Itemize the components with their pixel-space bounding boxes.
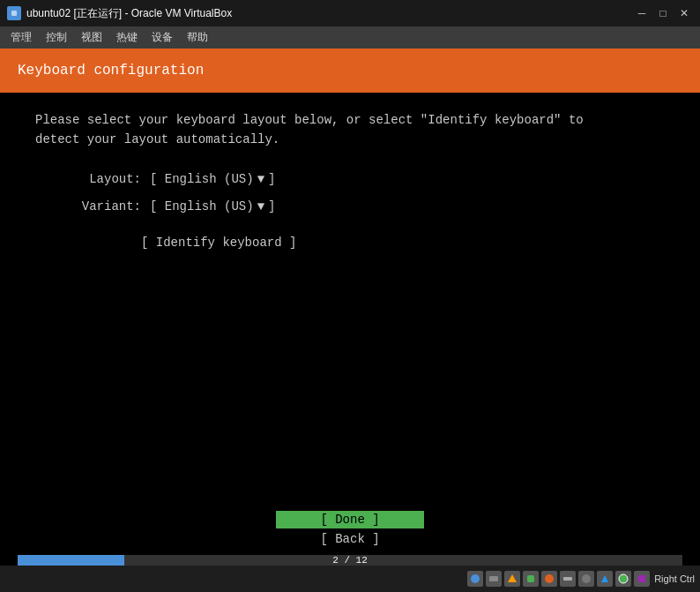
minimize-button[interactable]: ─	[633, 4, 651, 22]
layout-select[interactable]: [ English (US) ▼ ]	[150, 172, 275, 186]
titlebar: ubuntu02 [正在运行] - Oracle VM VirtualBox ─…	[0, 0, 700, 26]
description: Please select your keyboard layout below…	[35, 110, 665, 150]
menu-item-view[interactable]: 视图	[74, 28, 109, 47]
variant-value: [ English (US)	[150, 199, 254, 214]
done-button[interactable]: [ Done ]	[276, 511, 423, 528]
taskbar-icon-2	[486, 571, 502, 587]
svg-point-6	[545, 574, 554, 583]
svg-point-2	[471, 574, 480, 583]
taskbar-icon-10	[634, 571, 650, 587]
menu-item-control[interactable]: 控制	[39, 28, 74, 47]
menu-item-devices[interactable]: 设备	[145, 28, 180, 47]
taskbar-icon-1	[467, 571, 483, 587]
taskbar: Right Ctrl	[0, 566, 700, 592]
action-buttons: [ Done ] [ Back ]	[276, 511, 423, 548]
svg-point-8	[582, 574, 591, 583]
variant-select[interactable]: [ English (US) ▼ ]	[150, 199, 275, 214]
taskbar-icon-4	[523, 571, 539, 587]
svg-point-10	[619, 574, 628, 583]
close-button[interactable]: ✕	[675, 4, 693, 22]
progress-track: 2 / 12	[18, 555, 682, 566]
right-ctrl-label: Right Ctrl	[654, 573, 695, 584]
menubar: 管理 控制 视图 热键 设备 帮助	[0, 26, 700, 49]
titlebar-left: ubuntu02 [正在运行] - Oracle VM VirtualBox	[7, 6, 232, 21]
taskbar-icon-5	[541, 571, 557, 587]
header-title: Keyboard configuration	[18, 63, 204, 79]
svg-marker-4	[508, 574, 517, 582]
svg-rect-1	[11, 11, 17, 16]
svg-rect-11	[638, 575, 645, 582]
vm-area: Keyboard configuration Please select you…	[0, 49, 700, 592]
variant-close: ]	[268, 199, 275, 214]
taskbar-icon-3	[504, 571, 520, 587]
svg-rect-3	[489, 576, 498, 581]
menu-item-hotkey[interactable]: 热键	[109, 28, 145, 47]
layout-value: [ English (US)	[150, 172, 254, 186]
svg-rect-7	[563, 577, 572, 581]
menu-item-help[interactable]: 帮助	[180, 28, 215, 47]
progress-bar-container: 2 / 12	[0, 555, 700, 566]
variant-label: Variant:	[35, 199, 141, 214]
taskbar-icon-7	[578, 571, 594, 587]
layout-arrow: ▼	[257, 172, 264, 186]
layout-label: Layout:	[35, 172, 141, 186]
variant-field: Variant: [ English (US) ▼ ]	[35, 199, 665, 214]
virtualbox-icon	[7, 6, 21, 20]
description-line1: Please select your keyboard layout below…	[35, 113, 584, 127]
taskbar-icon-6	[560, 571, 576, 587]
window-title: ubuntu02 [正在运行] - Oracle VM VirtualBox	[26, 6, 232, 21]
layout-close: ]	[268, 172, 275, 186]
description-line2: detect your layout automatically.	[35, 132, 279, 146]
identify-keyboard[interactable]: [ Identify keyboard ]	[141, 236, 665, 250]
identify-label: [ Identify keyboard ]	[141, 236, 296, 250]
keyboard-config-content: Please select your keyboard layout below…	[0, 93, 700, 511]
titlebar-controls: ─ □ ✕	[633, 4, 693, 22]
layout-field: Layout: [ English (US) ▼ ]	[35, 172, 665, 186]
svg-marker-9	[601, 575, 608, 582]
svg-rect-5	[527, 575, 534, 582]
progress-label: 2 / 12	[18, 555, 682, 566]
maximize-button[interactable]: □	[654, 4, 672, 22]
variant-arrow: ▼	[257, 199, 264, 214]
menu-item-manage[interactable]: 管理	[4, 28, 39, 47]
keyboard-config-header: Keyboard configuration	[0, 49, 700, 93]
taskbar-icon-9	[615, 571, 631, 587]
back-button[interactable]: [ Back ]	[276, 530, 423, 548]
taskbar-icon-8	[597, 571, 613, 587]
